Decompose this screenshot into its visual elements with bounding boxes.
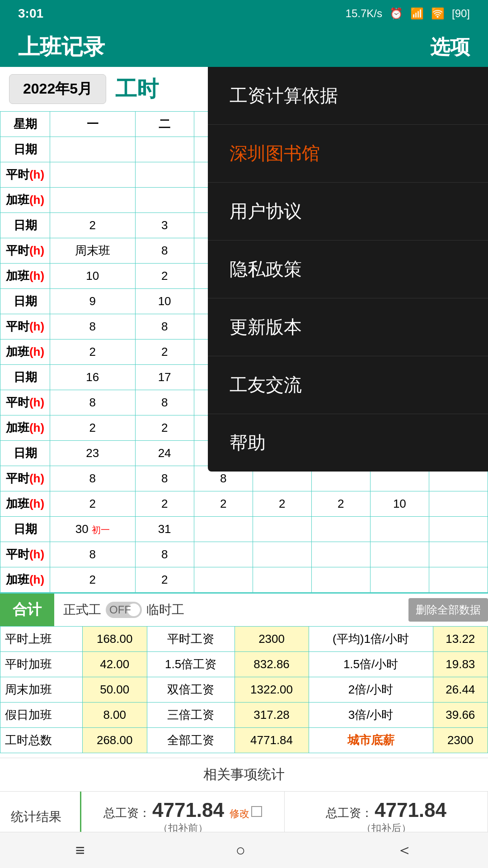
table-row: 平时上班 168.00 平时工资 2300 (平均)1倍/小时 13.22 [0,627,488,652]
table-row: 加班(h) 2 2 2 2 2 10 [0,491,488,517]
wifi-icon: 🛜 [431,7,445,20]
status-right: 15.7K/s ⏰ 📶 🛜 [90] [346,7,470,20]
workhour-label: 工时 [115,75,159,104]
menu-item-user-agreement[interactable]: 用户协议 [208,183,488,241]
menu-nav-button[interactable]: ≡ [75,841,85,860]
table-row: 平时加班 42.00 1.5倍工资 832.86 1.5倍/小时 19.83 [0,652,488,677]
summary-header: 合计 正式工 OFF 临时工 删除全部数据 [0,593,488,626]
home-nav-button[interactable]: ○ [236,841,246,860]
bottom-nav: ≡ ○ ＜ [0,832,488,868]
modify-icon[interactable]: 修改 [230,807,249,821]
menu-item-update-version[interactable]: 更新版本 [208,298,488,356]
modify-checkbox[interactable] [251,806,262,817]
table-row: 工时总数 268.00 全部工资 4771.84 城市底薪 2300 [0,728,488,753]
weekday-label: 星期 [0,112,50,137]
worker-type-area: 正式工 OFF 临时工 [54,597,408,623]
menu-item-privacy-policy[interactable]: 隐私政策 [208,241,488,298]
total-label: 合计 [0,594,54,626]
table-row: 平时(h) 8 8 [0,542,488,567]
battery-display: [90] [452,7,470,20]
stats-title: 相关事项统计 [0,758,488,792]
table-row: 周末加班 50.00 双倍工资 1322.00 2倍/小时 26.44 [0,677,488,703]
table-row: 加班(h) 2 2 [0,567,488,593]
menu-item-shenzhen-library[interactable]: 深圳图书馆 [208,125,488,183]
status-bar: 3:01 15.7K/s ⏰ 📶 🛜 [90] [0,0,488,27]
menu-item-help[interactable]: 帮助 [208,414,488,472]
time-display: 3:01 [18,6,43,21]
header: 上班记录 选项 [0,27,488,67]
formal-worker-label: 正式工 [63,601,101,618]
clock-icon: ⏰ [389,7,403,20]
delete-all-button[interactable]: 删除全部数据 [408,598,488,622]
summary-data-table: 平时上班 168.00 平时工资 2300 (平均)1倍/小时 13.22 平时… [0,626,488,753]
month-selector[interactable]: 2022年5月 [9,74,106,104]
table-row: 假日加班 8.00 三倍工资 317.28 3倍/小时 39.66 [0,703,488,728]
back-nav-button[interactable]: ＜ [396,839,413,861]
table-row: 日期 30 初一 31 [0,517,488,542]
worker-toggle[interactable]: OFF [106,602,142,618]
menu-item-wage-basis[interactable]: 工资计算依据 [208,67,488,125]
options-button[interactable]: 选项 [430,34,470,61]
dropdown-menu: 工资计算依据 深圳图书馆 用户协议 隐私政策 更新版本 工友交流 帮助 [208,67,488,472]
menu-item-worker-exchange[interactable]: 工友交流 [208,356,488,414]
page-title: 上班记录 [18,33,105,61]
signal-icon: 📶 [410,7,424,20]
temp-worker-label: 临时工 [146,601,184,618]
network-speed: 15.7K/s [346,7,382,20]
